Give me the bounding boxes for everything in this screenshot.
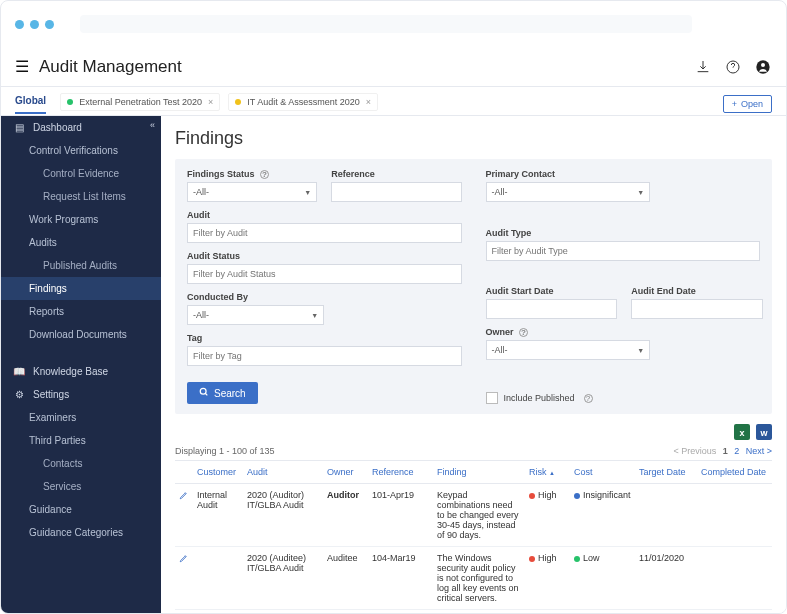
sidebar-label: Dashboard bbox=[33, 122, 82, 133]
dash-icon: ▤ bbox=[13, 122, 25, 133]
sidebar-label: Contacts bbox=[43, 458, 82, 469]
cell-target: 11/01/2020 bbox=[635, 547, 697, 610]
cell-audit: 2020 (Auditee) IT/GLBA Audit bbox=[243, 547, 323, 610]
info-icon[interactable]: ? bbox=[519, 328, 528, 337]
page-2[interactable]: 2 bbox=[734, 446, 739, 456]
doc-tab[interactable]: IT Audit & Assessment 2020× bbox=[228, 93, 378, 111]
sidebar-item[interactable]: Third Parties bbox=[1, 429, 161, 452]
audit-type-input[interactable] bbox=[486, 241, 761, 261]
window-dot[interactable] bbox=[30, 20, 39, 29]
sidebar-label: Guidance Categories bbox=[29, 527, 123, 538]
col-risk[interactable]: Risk ▲ bbox=[525, 461, 570, 484]
sidebar-item[interactable]: Guidance bbox=[1, 498, 161, 521]
filter-label: Conducted By bbox=[187, 292, 324, 302]
sidebar-item[interactable]: Control Evidence bbox=[1, 162, 161, 185]
sidebar-label: Guidance bbox=[29, 504, 72, 515]
help-icon[interactable] bbox=[724, 58, 742, 76]
window-dot[interactable] bbox=[15, 20, 24, 29]
sidebar-item[interactable]: Examiners bbox=[1, 406, 161, 429]
tab-label: External Penetration Test 2020 bbox=[79, 97, 202, 107]
search-icon bbox=[199, 387, 209, 399]
svg-point-3 bbox=[200, 388, 206, 394]
prev-page: < Previous bbox=[673, 446, 716, 456]
sidebar-item[interactable]: Audits bbox=[1, 231, 161, 254]
tab-global[interactable]: Global bbox=[15, 95, 46, 114]
audit-status-input[interactable] bbox=[187, 264, 462, 284]
cell-reference: 101-Apr19 bbox=[368, 484, 433, 547]
book-icon: 📖 bbox=[13, 366, 25, 377]
download-icon[interactable] bbox=[694, 58, 712, 76]
sidebar-item[interactable]: Reports bbox=[1, 300, 161, 323]
info-icon[interactable]: ? bbox=[584, 394, 593, 403]
sidebar-item[interactable]: Download Documents bbox=[1, 323, 161, 346]
cell-risk: High bbox=[525, 484, 570, 547]
hamburger-icon[interactable]: ☰ bbox=[15, 57, 29, 76]
col-target[interactable]: Target Date bbox=[635, 461, 697, 484]
sidebar-item[interactable]: Findings bbox=[1, 277, 161, 300]
sidebar-label: Request List Items bbox=[43, 191, 126, 202]
filter-label: Audit Status bbox=[187, 251, 462, 261]
conducted-by-select[interactable]: -All-▼ bbox=[187, 305, 324, 325]
col-finding[interactable]: Finding bbox=[433, 461, 525, 484]
cost-dot-icon bbox=[574, 493, 580, 499]
sidebar-item[interactable]: ⚙Settings bbox=[1, 383, 161, 406]
search-button[interactable]: Search bbox=[187, 382, 258, 404]
findings-status-select[interactable]: -All-▼ bbox=[187, 182, 317, 202]
col-reference[interactable]: Reference bbox=[368, 461, 433, 484]
audit-input[interactable] bbox=[187, 223, 462, 243]
col-cost[interactable]: Cost bbox=[570, 461, 635, 484]
doc-tab[interactable]: External Penetration Test 2020× bbox=[60, 93, 220, 111]
collapse-sidebar-icon[interactable]: « bbox=[150, 120, 155, 130]
page-title: Findings bbox=[175, 128, 772, 149]
cell-risk: High bbox=[525, 547, 570, 610]
sidebar-label: Control Evidence bbox=[43, 168, 119, 179]
col-customer[interactable]: Customer bbox=[193, 461, 243, 484]
tag-input[interactable] bbox=[187, 346, 462, 366]
window-dot[interactable] bbox=[45, 20, 54, 29]
cell-owner: Auditor bbox=[323, 484, 368, 547]
next-page[interactable]: Next > bbox=[746, 446, 772, 456]
col-audit[interactable]: Audit bbox=[243, 461, 323, 484]
edit-icon[interactable] bbox=[179, 492, 189, 502]
cell-cost: Low bbox=[570, 610, 635, 614]
include-published-checkbox[interactable] bbox=[486, 392, 498, 404]
info-icon[interactable]: ? bbox=[260, 170, 269, 179]
col-owner[interactable]: Owner bbox=[323, 461, 368, 484]
primary-contact-select[interactable]: -All-▼ bbox=[486, 182, 651, 202]
close-tab-icon[interactable]: × bbox=[366, 97, 371, 107]
cell-target bbox=[635, 484, 697, 547]
result-summary: Displaying 1 - 100 of 135 bbox=[175, 446, 275, 456]
cell-cost: Insignificant bbox=[570, 484, 635, 547]
filter-label: Reference bbox=[331, 169, 461, 179]
open-button[interactable]: + Open bbox=[723, 95, 772, 113]
sidebar-item[interactable]: ▤Dashboard bbox=[1, 116, 161, 139]
account-icon[interactable] bbox=[754, 58, 772, 76]
filter-label: Owner ? bbox=[486, 327, 651, 337]
sidebar-item[interactable]: Published Audits bbox=[1, 254, 161, 277]
app-title: Audit Management bbox=[39, 57, 684, 77]
sidebar-item[interactable]: Control Verifications bbox=[1, 139, 161, 162]
export-excel-icon[interactable]: x bbox=[734, 424, 750, 440]
status-dot-icon bbox=[67, 99, 73, 105]
sidebar-label: Settings bbox=[33, 389, 69, 400]
edit-icon[interactable] bbox=[179, 555, 189, 565]
page-1[interactable]: 1 bbox=[723, 446, 728, 456]
table-row: Internal Audit 2020 (Auditor) IT/GLBA Au… bbox=[175, 484, 772, 547]
col-completed[interactable]: Completed Date bbox=[697, 461, 772, 484]
sidebar-item[interactable]: Contacts bbox=[1, 452, 161, 475]
sidebar-item[interactable]: Guidance Categories bbox=[1, 521, 161, 544]
svg-text:x: x bbox=[739, 428, 744, 438]
url-bar[interactable] bbox=[80, 15, 692, 33]
sidebar-label: Findings bbox=[29, 283, 67, 294]
audit-end-date-input[interactable] bbox=[631, 299, 763, 319]
sidebar-item[interactable]: 📖Knowledge Base bbox=[1, 360, 161, 383]
svg-text:w: w bbox=[759, 428, 768, 438]
reference-input[interactable] bbox=[331, 182, 461, 202]
sidebar-item[interactable]: Request List Items bbox=[1, 185, 161, 208]
export-word-icon[interactable]: w bbox=[756, 424, 772, 440]
sidebar-item[interactable]: Work Programs bbox=[1, 208, 161, 231]
owner-select[interactable]: -All-▼ bbox=[486, 340, 651, 360]
sidebar-item[interactable]: Services bbox=[1, 475, 161, 498]
audit-start-date-input[interactable] bbox=[486, 299, 618, 319]
close-tab-icon[interactable]: × bbox=[208, 97, 213, 107]
